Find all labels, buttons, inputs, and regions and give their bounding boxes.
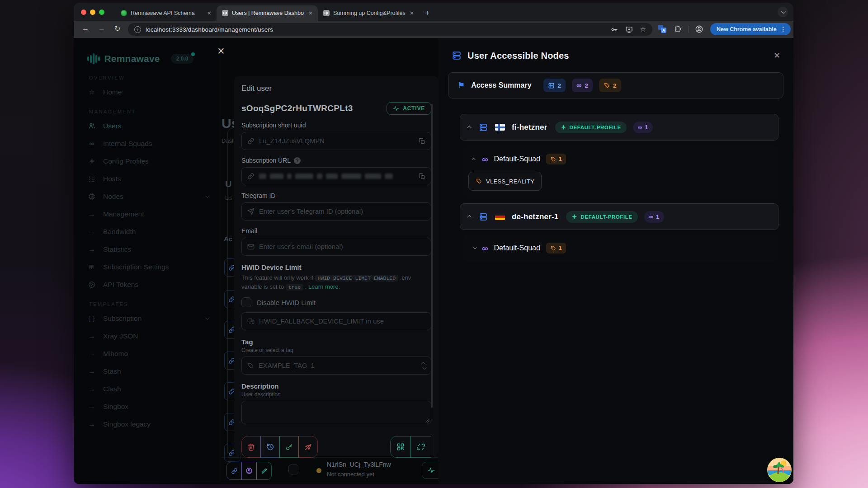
zoom-window-button[interactable]: [99, 9, 104, 15]
close-window-button[interactable]: [81, 9, 86, 15]
node-card-fi-hetzner[interactable]: fi-hetzner DEFAULT-PROFILE ∞ 1: [460, 114, 778, 141]
unlink-icon[interactable]: [410, 436, 431, 458]
squad-row[interactable]: ∞ Default-Squad 1: [463, 235, 778, 253]
finland-flag: [495, 124, 505, 131]
disable-hwid-checkbox[interactable]: [241, 297, 251, 307]
squad-row[interactable]: ∞ Default-Squad 1: [463, 145, 778, 164]
sidebar-item-hosts[interactable]: Hosts: [87, 170, 208, 188]
row-actions-group: [226, 462, 272, 480]
history-restore-icon[interactable]: [260, 436, 280, 458]
nodes-count-badge: 2: [543, 79, 566, 92]
telegram-input[interactable]: Enter user's Telegram ID (optional): [241, 202, 431, 221]
modal-scrollbar[interactable]: [431, 104, 433, 408]
new-tab-button[interactable]: +: [421, 7, 434, 19]
squad-tags-badge: 1: [546, 243, 566, 253]
tab-close-icon[interactable]: ×: [409, 10, 415, 16]
star-icon: ☆: [87, 88, 96, 96]
sidebar-item-mihomo[interactable]: → Mihomo: [87, 345, 208, 362]
key-icon[interactable]: [279, 436, 299, 458]
hwid-limit-input[interactable]: HWID_FALLBACK_DEVICE_LIMIT in use: [241, 312, 431, 330]
password-key-icon[interactable]: [610, 26, 618, 33]
chrome-menu-icon[interactable]: ⋮: [780, 26, 786, 33]
sidebar-item-singbox[interactable]: → Singbox: [87, 398, 208, 415]
row-user-button[interactable]: [241, 462, 257, 480]
chevron-up-icon: [472, 158, 475, 161]
trash-icon[interactable]: [241, 436, 261, 458]
short-uuid-input[interactable]: Lu_Z14JZusVLQMPN: [241, 132, 431, 150]
table-column-header: Ac: [224, 235, 232, 243]
node-squads-badge: ∞ 1: [633, 122, 653, 133]
sidebar-item-api-tokens[interactable]: API Tokens: [87, 276, 208, 293]
inbound-tag-chip[interactable]: VLESS_REALITY: [468, 172, 542, 191]
tab-close-icon[interactable]: ×: [207, 10, 212, 16]
browser-window: Remnawave API Schema × Users | Remnawave…: [74, 3, 793, 484]
sidebar-item-internal-squads[interactable]: ∞ Internal Squads: [87, 135, 208, 152]
sparkle-icon: [571, 214, 577, 220]
row-edit-button[interactable]: [256, 462, 272, 480]
extensions-puzzle-icon[interactable]: [674, 25, 682, 33]
email-input[interactable]: Enter user's email (optional): [241, 238, 431, 256]
copy-icon[interactable]: [419, 173, 425, 180]
tab-users-dashboard[interactable]: Users | Remnawave Dashboar ×: [217, 5, 318, 21]
sidebar-item-management[interactable]: → Management: [87, 205, 208, 223]
tag-select[interactable]: EXAMPLE_TAG_1: [241, 357, 431, 375]
translate-icon[interactable]: A: [658, 25, 666, 33]
site-info-icon[interactable]: i: [134, 26, 141, 33]
sidebar-item-stash[interactable]: → Stash: [87, 362, 208, 380]
description-label: Description: [241, 382, 431, 390]
tag-icon: [604, 82, 610, 89]
node-card-de-hetzner-1[interactable]: de-hetzner-1 DEFAULT-PROFILE ∞ 1: [460, 203, 778, 230]
server-icon: [452, 51, 462, 61]
tab-summing-up[interactable]: Summing up Config&Profiles ×: [318, 5, 419, 21]
description-textarea[interactable]: [241, 401, 431, 424]
update-chrome-label: New Chrome available: [717, 26, 777, 33]
subscription-url-input[interactable]: [241, 167, 431, 185]
tags-count-badge: 2: [599, 79, 621, 92]
sidebar-item-singbox-legacy[interactable]: → Singbox legacy: [87, 415, 208, 433]
sidebar-item-users[interactable]: Users: [87, 117, 208, 135]
bookmark-star-icon[interactable]: ☆: [640, 25, 646, 33]
row-checkbox[interactable]: [288, 465, 298, 474]
sidebar-item-clash[interactable]: → Clash: [87, 380, 208, 398]
qr-code-icon[interactable]: [390, 436, 411, 458]
omnibox-actions: ☆: [610, 25, 646, 33]
select-chevrons-icon: [422, 362, 425, 370]
row-link-button[interactable]: [226, 462, 242, 480]
tab-search-button[interactable]: [778, 7, 788, 17]
node-name: fi-hetzner: [512, 123, 547, 132]
sidebar-item-statistics[interactable]: → Statistics: [87, 240, 208, 258]
drawer-close-icon[interactable]: ×: [774, 50, 780, 61]
modal-close-icon[interactable]: ×: [217, 45, 225, 57]
back-button[interactable]: ←: [82, 24, 89, 33]
desktop: Remnawave API Schema × Users | Remnawave…: [0, 0, 868, 488]
sidebar-item-subscription[interactable]: { } Subscription: [87, 310, 208, 327]
chevron-up-icon: [467, 126, 472, 130]
sidebar-item-subscription-settings[interactable]: Subscription Settings: [87, 258, 208, 276]
install-app-icon[interactable]: [625, 26, 633, 33]
reload-button[interactable]: ↻: [114, 24, 120, 33]
update-chrome-button[interactable]: New Chrome available ⋮: [710, 23, 791, 35]
forward-button[interactable]: →: [98, 24, 105, 33]
palm-island-avatar[interactable]: [767, 458, 792, 482]
sidebar-item-nodes[interactable]: Nodes: [87, 188, 208, 205]
sidebar-item-config-profiles[interactable]: Config Profiles: [87, 152, 208, 170]
minimize-window-button[interactable]: [90, 9, 95, 15]
help-icon[interactable]: ?: [294, 157, 301, 164]
learn-more-link[interactable]: Learn more.: [308, 283, 340, 290]
sidebar-item-home[interactable]: ☆ Home: [87, 83, 208, 101]
copy-icon[interactable]: [419, 138, 425, 145]
tab-title: Remnawave API Schema: [131, 10, 203, 16]
tab-api-schema[interactable]: Remnawave API Schema ×: [115, 5, 217, 21]
sidebar-item-xray-json[interactable]: → Xray JSON: [87, 327, 208, 345]
url-text[interactable]: localhost:3333/dashboard/management/user…: [146, 26, 273, 33]
profile-avatar-icon[interactable]: [695, 25, 703, 33]
sidebar-item-bandwidth[interactable]: → Bandwidth: [87, 223, 208, 240]
card-subtitle: Lis: [225, 195, 232, 201]
email-placeholder: Enter user's email (optional): [259, 243, 343, 250]
tab-close-icon[interactable]: ×: [308, 10, 313, 16]
arrow-icon: →: [87, 420, 96, 428]
link-icon: [247, 173, 255, 180]
address-bar[interactable]: i localhost:3333/dashboard/management/us…: [128, 23, 652, 36]
tab-bar: Remnawave API Schema × Users | Remnawave…: [74, 3, 793, 21]
telegram-slash-icon[interactable]: [298, 436, 318, 458]
